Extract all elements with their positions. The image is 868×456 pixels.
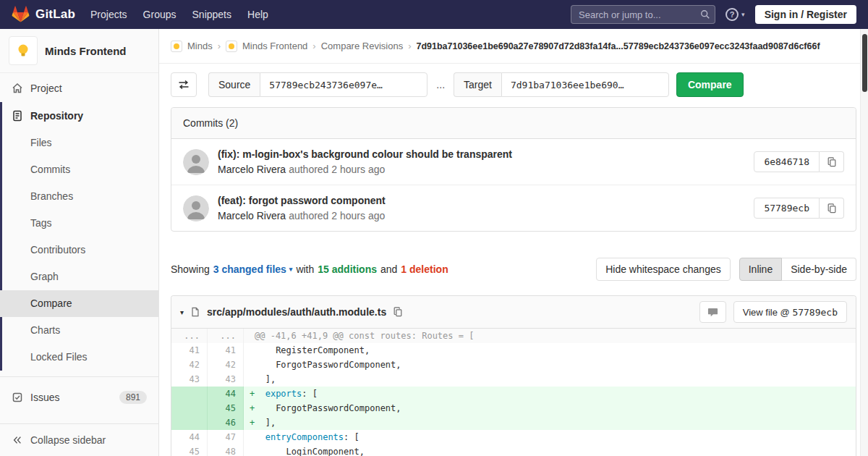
diff-view-toggle-group: Inline Side-by-side [739,258,856,281]
gitlab-logo[interactable]: GitLab [12,6,75,23]
source-label: Source [208,72,260,97]
diff-line-number-new[interactable]: 43 [208,372,244,387]
diff-line-number-new[interactable]: 46 [208,415,244,430]
diff-stats-bar: Showing 3 changed files ▾ with 15 additi… [171,258,856,281]
nav-projects[interactable]: Projects [82,0,135,29]
nav-groups[interactable]: Groups [135,0,184,29]
sidebar-item-tags[interactable]: Tags [0,210,158,237]
project-title: Minds Frontend [45,45,127,57]
commit-author-link[interactable]: Marcelo Rivera [218,164,286,175]
diff-line-number-new[interactable]: 41 [208,343,244,358]
diff-line-number-old[interactable]: 45 [171,444,208,456]
breadcrumb-project-link[interactable]: Minds Frontend [242,41,307,51]
range-separator: ... [436,79,445,90]
diff-line-number-new[interactable]: ... [208,329,244,343]
compare-button[interactable]: Compare [676,72,744,97]
collapse-sidebar-button[interactable]: Collapse sidebar [0,423,158,456]
showing-label: Showing [171,263,210,275]
commit-sha-group: 6e846718 [754,151,844,172]
commit-author-avatar[interactable] [183,149,209,175]
breadcrumb-separator-icon: › [218,41,221,51]
file-icon [190,307,200,317]
diff-line-number-old[interactable] [171,387,208,401]
sidebar-item-locked-files[interactable]: Locked Files [0,344,158,371]
commit-author-avatar[interactable] [183,195,209,221]
diff-line-code: RegisterComponent, [244,343,856,358]
sidebar-item-contributors[interactable]: Contributors [0,237,158,263]
search-input[interactable] [571,5,715,24]
search-box[interactable] [571,5,715,24]
toggle-comments-button[interactable] [699,301,726,323]
diff-stats: Showing 3 changed files ▾ with 15 additi… [171,263,448,275]
diff-line-code: @@ -41,6 +41,9 @@ const routes: Routes =… [244,329,856,343]
swap-revisions-button[interactable] [171,72,197,97]
sidebar-item-project[interactable]: Project [0,75,158,102]
nav-help[interactable]: Help [239,0,276,29]
sidebar-item-graph[interactable]: Graph [0,263,158,290]
collapse-file-icon[interactable]: ▾ [180,308,184,316]
diff-line-row: ... ... @@ -41,6 +41,9 @@ const routes: … [171,329,856,343]
sign-in-button[interactable]: Sign in / Register [755,5,856,24]
sidebar-item-charts[interactable]: Charts [0,317,158,344]
diff-line-number-old[interactable]: 43 [171,372,208,387]
diff-line-number-new[interactable]: 47 [208,430,244,444]
breadcrumb-group-link[interactable]: Minds [187,41,213,51]
inline-view-button[interactable]: Inline [739,258,782,281]
diff-line-number-new[interactable]: 42 [208,358,244,372]
hide-whitespace-button[interactable]: Hide whitespace changes [596,258,731,281]
help-dropdown[interactable]: ? ▾ [726,8,745,21]
changed-files-dropdown[interactable]: 3 changed files ▾ [213,263,293,275]
commit-sha-link[interactable]: 57789ecb [754,198,820,219]
commit-title-link[interactable]: (feat): forgot password component [218,195,386,206]
copy-icon [827,157,837,167]
scrollbar-thumb[interactable] [862,34,867,92]
sidebar-item-commits[interactable]: Commits [0,156,158,183]
diff-file-header: ▾ src/app/modules/auth/auth.module.ts [171,296,856,329]
commit-sha-link[interactable]: 6e846718 [754,151,820,172]
commit-row: (feat): forgot password component Marcel… [171,185,856,231]
breadcrumb-page-link[interactable]: Compare Revisions [321,41,403,51]
source-field-group: Source [208,72,427,97]
diff-line-number-old[interactable] [171,401,208,415]
navbar-left: GitLab Projects Groups Snippets Help [12,0,276,29]
sidebar-item-compare[interactable]: Compare [0,290,158,317]
diff-line-row: 43 43 ], [171,372,856,387]
source-input[interactable] [260,72,427,97]
diff-line-code: + ], [244,415,856,430]
diff-line-code: + exports: [ [244,387,856,401]
page-scrollbar[interactable] [860,29,868,456]
diff-line-number-old[interactable]: 42 [171,358,208,372]
sidebar-item-branches[interactable]: Branches [0,183,158,210]
sidebar-item-files[interactable]: Files [0,130,158,156]
diff-line-number-old[interactable]: ... [171,329,208,343]
diff-file-path: src/app/modules/auth/auth.module.ts [207,306,386,318]
nav-snippets[interactable]: Snippets [184,0,239,29]
diff-line-number-old[interactable]: 44 [171,430,208,444]
search-icon [700,9,710,20]
sidebar-item-issues[interactable]: Issues 891 [0,383,158,412]
diff-line-number-new[interactable]: 48 [208,444,244,456]
commits-panel: Commits (2) (fix): m-login-box's backgro… [171,107,856,232]
target-input[interactable] [501,72,669,97]
diff-line-number-new[interactable]: 44 [208,387,244,401]
group-avatar [171,41,182,52]
copy-sha-button[interactable] [820,151,844,172]
breadcrumb-separator-icon: › [312,41,315,51]
diff-line-number-new[interactable]: 45 [208,401,244,415]
main-content: Minds › Minds Frontend › Compare Revisio… [159,29,868,456]
page-layout: Minds Frontend Project Repository Files [0,29,868,456]
commit-authored-time: authored 2 hours ago [289,164,385,175]
view-file-button[interactable]: View file @ 57789ecb [733,301,847,323]
top-navbar: GitLab Projects Groups Snippets Help ? ▾… [0,0,868,29]
commits-panel-header: Commits (2) [171,108,856,139]
side-by-side-view-button[interactable]: Side-by-side [782,258,856,281]
diff-line-number-old[interactable]: 41 [171,343,208,358]
sidebar-item-repository[interactable]: Repository [0,102,158,130]
copy-sha-button[interactable] [820,198,844,219]
copy-file-path-button[interactable] [393,307,403,317]
project-avatar [9,36,38,65]
commit-author-link[interactable]: Marcelo Rivera [218,210,286,221]
project-context-header[interactable]: Minds Frontend [0,29,158,73]
commit-title-link[interactable]: (fix): m-login-box's background colour s… [218,148,512,160]
diff-line-number-old[interactable] [171,415,208,430]
